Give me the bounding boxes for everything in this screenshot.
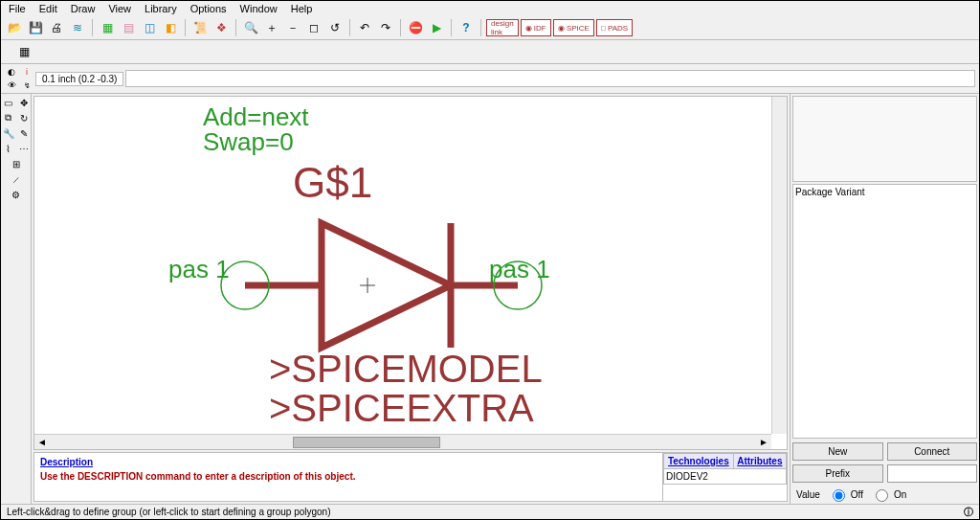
description-link[interactable]: Description	[40, 457, 657, 467]
tool-g-icon[interactable]: ⚙	[10, 188, 23, 201]
spot-icon[interactable]: ↯	[20, 79, 33, 91]
layer-icon[interactable]: ◐	[5, 66, 18, 78]
package-preview	[792, 96, 977, 182]
attributes-link[interactable]: Attributes	[733, 454, 786, 469]
run-icon[interactable]: ❖	[212, 18, 231, 37]
info2-icon[interactable]: i	[20, 66, 33, 78]
redo-icon[interactable]: ↷	[376, 18, 395, 37]
description-text: Use the DESCRIPTION command to enter a d…	[40, 471, 657, 482]
status-text: Left-click&drag to define group (or left…	[7, 507, 331, 517]
scroll-left-icon[interactable]: ◄	[34, 437, 50, 447]
menu-edit[interactable]: Edit	[39, 3, 57, 14]
prefix-button[interactable]: Prefix	[792, 464, 883, 483]
grid-row: ▦	[1, 40, 979, 64]
zoom-select-icon[interactable]: ◻	[304, 18, 323, 37]
board-icon[interactable]: ▦	[98, 18, 117, 37]
go-icon[interactable]: ▶	[427, 18, 446, 37]
vertical-scrollbar[interactable]	[771, 97, 787, 434]
horizontal-scrollbar[interactable]: ◄ ►	[34, 434, 771, 449]
tech-row[interactable]: DIODEV2	[664, 469, 787, 485]
menu-library[interactable]: Library	[145, 3, 177, 14]
description-panel: Description Use the DESCRIPTION command …	[33, 452, 788, 502]
spice-chip[interactable]: ◉ SPICE	[553, 19, 594, 36]
status-bar: Left-click&drag to define group (or left…	[1, 504, 979, 519]
menu-file[interactable]: File	[9, 3, 26, 14]
menu-draw[interactable]: Draw	[71, 3, 96, 14]
copy-icon[interactable]: ⧉	[2, 111, 15, 124]
technologies-link[interactable]: Technologies	[664, 454, 734, 469]
command-row: ◐ 👁 i ↯ 0.1 inch (0.2 -0.3)	[1, 64, 979, 94]
tool-a-icon[interactable]: 🔧	[2, 126, 15, 140]
menu-bar: File Edit Draw View Library Options Wind…	[1, 1, 979, 16]
eye-icon[interactable]: 👁	[5, 79, 18, 91]
prefix-input[interactable]	[887, 464, 978, 483]
connect-button[interactable]: Connect	[887, 442, 978, 461]
svg-marker-2	[322, 223, 451, 348]
tool-d-icon[interactable]: ⋯	[17, 142, 31, 155]
value-label: Value	[796, 489, 820, 500]
menu-options[interactable]: Options	[190, 3, 227, 14]
script-icon[interactable]: 📜	[190, 18, 210, 37]
swap-label: Swap=0	[203, 127, 294, 157]
zoom-fit-icon[interactable]: 🔍	[241, 18, 260, 37]
tool-c-icon[interactable]: ⌇	[2, 142, 15, 155]
scroll-thumb[interactable]	[293, 437, 440, 448]
command-input[interactable]	[125, 70, 975, 87]
tool-palette: ▭✥ ⧉↻ 🔧✎ ⌇⋯ ⊞ ⟋ ⚙	[1, 94, 32, 504]
spiceextra-label: >SPICEEXTRA	[269, 387, 534, 430]
footprint-icon[interactable]: ◫	[140, 18, 159, 37]
help-icon[interactable]: ?	[457, 18, 476, 37]
package-list-header: Package Variant	[795, 187, 865, 197]
status-info-icon[interactable]: ⓘ	[964, 506, 973, 519]
menu-window[interactable]: Window	[240, 3, 278, 14]
package-list[interactable]: Package Variant	[792, 184, 977, 439]
sheet-icon[interactable]: ▤	[119, 18, 138, 37]
diode-symbol	[216, 204, 561, 367]
open-icon[interactable]: 📂	[5, 18, 24, 37]
value-off-radio[interactable]: Off	[828, 486, 863, 502]
redraw-icon[interactable]: ↺	[325, 18, 345, 37]
model-icon[interactable]: ◧	[161, 18, 180, 37]
right-panel: Package Variant New Connect Prefix Value…	[790, 94, 979, 504]
rotate-icon[interactable]: ↻	[17, 111, 31, 124]
save-icon[interactable]: 💾	[26, 18, 45, 37]
coordinate-display: 0.1 inch (0.2 -0.3)	[35, 72, 123, 86]
move-icon[interactable]: ✥	[17, 96, 31, 109]
design-link-chip[interactable]: designlink	[486, 19, 519, 36]
select-icon[interactable]: ▭	[2, 96, 15, 109]
pads-chip[interactable]: □ PADS	[596, 19, 633, 36]
gate-label: G$1	[293, 159, 372, 207]
menu-view[interactable]: View	[108, 3, 131, 14]
idf-chip[interactable]: ◉ IDF	[521, 19, 551, 36]
zoom-out-icon[interactable]: －	[283, 18, 302, 37]
cam-icon[interactable]: ≋	[68, 18, 87, 37]
zoom-in-icon[interactable]: ＋	[262, 18, 281, 37]
undo-icon[interactable]: ↶	[355, 18, 374, 37]
value-on-radio[interactable]: On	[871, 486, 906, 502]
menu-help[interactable]: Help	[291, 3, 313, 14]
tool-b-icon[interactable]: ✎	[17, 126, 31, 140]
stop-icon[interactable]: ⛔	[406, 18, 425, 37]
canvas-area[interactable]: Add=next Swap=0 G$1 pas 1 pas 1 >SPICEMO…	[33, 96, 788, 450]
tool-e-icon[interactable]: ⊞	[10, 157, 23, 170]
tool-f-icon[interactable]: ⟋	[10, 172, 23, 186]
scroll-right-icon[interactable]: ►	[756, 437, 771, 447]
print-icon[interactable]: 🖨	[47, 18, 66, 37]
main-toolbar: 📂 💾 🖨 ≋ ▦ ▤ ◫ ◧ 📜 ❖ 🔍 ＋ － ◻ ↺ ↶ ↷ ⛔ ▶ ? …	[1, 16, 979, 40]
grid-icon[interactable]: ▦	[14, 42, 33, 61]
new-button[interactable]: New	[792, 442, 883, 461]
